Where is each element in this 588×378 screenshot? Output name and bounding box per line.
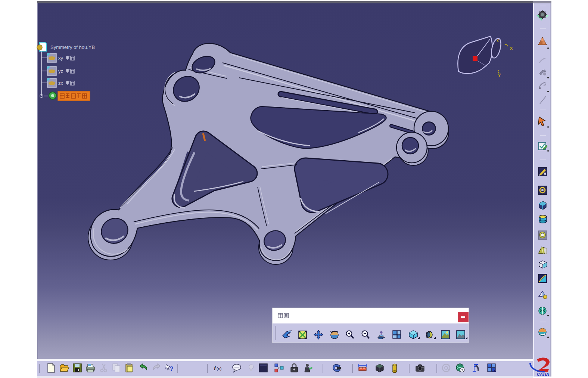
svg-text:(n): (n) bbox=[217, 366, 221, 371]
svg-text:zx: zx bbox=[58, 80, 63, 86]
svg-text:xy: xy bbox=[58, 55, 63, 61]
svg-text:yz: yz bbox=[58, 68, 63, 74]
svg-text:Symmetry of hou.YB: Symmetry of hou.YB bbox=[50, 44, 95, 50]
svg-text:x: x bbox=[510, 45, 513, 51]
svg-text:?: ? bbox=[169, 365, 173, 372]
svg-text:z: z bbox=[497, 37, 499, 43]
svg-text:CATIA: CATIA bbox=[537, 372, 549, 377]
